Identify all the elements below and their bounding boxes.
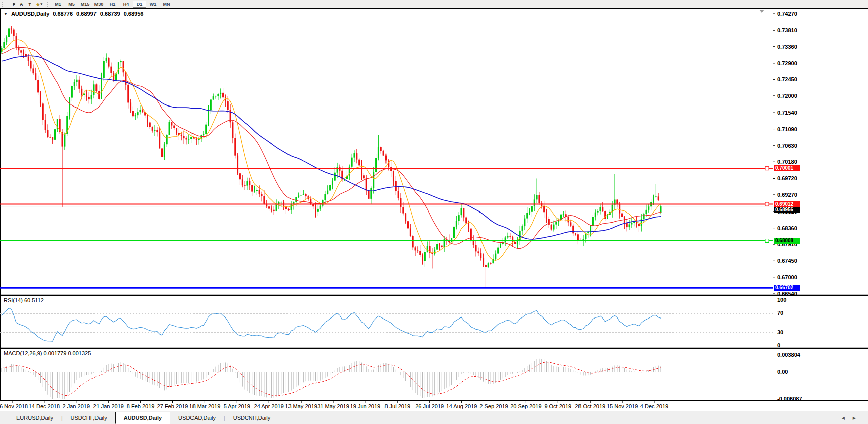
- text-tool-button[interactable]: A: [18, 1, 25, 8]
- date-axis-label: 18 Mar 2019: [189, 403, 221, 409]
- timeframe-button-H4[interactable]: H4: [119, 1, 133, 8]
- chart-title: ▼ AUDUSD,Daily 0.68776 0.68997 0.68739 0…: [4, 11, 143, 17]
- text-t-icon: T: [27, 2, 32, 7]
- tab-usdchf[interactable]: USDCHF,Daily: [63, 413, 115, 424]
- text-label-tool-button[interactable]: T: [26, 1, 33, 8]
- rsi-line: [2, 308, 661, 342]
- date-axis-label: 27 Feb 2019: [157, 403, 188, 409]
- rsi-axis-label: 30: [777, 329, 783, 335]
- toolbar-separator: [47, 2, 48, 7]
- date-axis-label: 21 Jan 2019: [93, 403, 124, 409]
- chart-shift-marker: [759, 10, 764, 13]
- hline-handle[interactable]: [765, 239, 769, 243]
- date-axis-label: 2 Jan 2019: [63, 403, 90, 409]
- hline-handle[interactable]: [765, 167, 769, 170]
- rsi-panel: 10070300: [0, 297, 786, 348]
- symbol-label: AUDUSD,Daily: [11, 11, 49, 17]
- horizontal-lines: [0, 167, 773, 288]
- date-axis-label: 31 May 2019: [317, 403, 349, 409]
- timeframe-toolbar: M1M5M15M30H1H4D1W1MN: [51, 1, 173, 8]
- shapes-tool-button[interactable]: ◆ ▾: [35, 1, 44, 8]
- timeframe-button-W1[interactable]: W1: [146, 1, 160, 8]
- top-toolbar: F A T ◆ ▾ M1M5M15M30H1H4D1W1MN: [0, 0, 868, 8]
- ohlc-high: 0.68997: [76, 11, 97, 17]
- price-axis-label: 0.67910: [777, 241, 797, 247]
- rsi-axis-label: 100: [777, 297, 786, 303]
- grid-icon-label: F: [13, 2, 15, 7]
- date-axis-label: 13 May 2019: [285, 403, 317, 409]
- ohlc-low: 0.68739: [100, 11, 120, 17]
- price-axis-label: 0.71540: [777, 110, 797, 116]
- moving-average-21: [2, 48, 661, 249]
- text-a-icon: A: [20, 2, 23, 7]
- moving-average-55: [2, 56, 661, 239]
- price-axis: 0.742700.738100.733600.729000.724500.720…: [773, 11, 797, 297]
- scroll-left-icon[interactable]: ◀: [842, 416, 845, 420]
- price-axis-label: 0.68810: [777, 208, 797, 215]
- date-axis-label: 14 Dec 2018: [29, 403, 60, 409]
- timeframe-button-M30[interactable]: M30: [92, 1, 106, 8]
- timeframe-button-H1[interactable]: H1: [106, 1, 119, 8]
- candlesticks: [1, 25, 662, 288]
- date-axis: 26 Nov 201814 Dec 20182 Jan 201921 Jan 2…: [0, 401, 668, 410]
- timeframe-button-M5[interactable]: M5: [65, 1, 78, 8]
- hline-handle[interactable]: [765, 202, 769, 206]
- price-axis-label: 0.69270: [777, 192, 797, 198]
- chevron-down-icon: ▾: [40, 2, 42, 6]
- date-axis-label: 20 Sep 2019: [510, 403, 541, 409]
- tab-usdcnh[interactable]: USDCNH,Daily: [225, 413, 279, 424]
- macd-axis-label: -0.006087: [777, 396, 802, 402]
- toolbar-grip[interactable]: [2, 2, 4, 7]
- price-axis-label: 0.72900: [777, 60, 797, 66]
- date-axis-label: 4 Dec 2019: [640, 403, 668, 409]
- macd-panel: 0.0038040.00-0.006087: [2, 352, 802, 402]
- date-axis-label: 24 Apr 2019: [254, 403, 284, 409]
- price-axis-label: 0.73360: [777, 44, 797, 50]
- price-chart-canvas[interactable]: 0.742700.738100.733600.729000.724500.720…: [0, 0, 868, 412]
- date-axis-label: 15 Nov 2019: [607, 403, 638, 409]
- price-axis-label: 0.72000: [777, 93, 797, 99]
- date-axis-label: 5 Apr 2019: [224, 403, 250, 409]
- price-axis-label: 0.72450: [777, 76, 797, 82]
- ohlc-close: 0.68956: [124, 11, 144, 17]
- timeframe-button-M1[interactable]: M1: [51, 1, 65, 8]
- ohlc-open: 0.68776: [53, 11, 73, 17]
- moving-average-8: [2, 40, 661, 260]
- rsi-axis-label: 0: [777, 342, 780, 348]
- macd-axis-label: 0.003804: [777, 352, 801, 358]
- timeframe-button-MN[interactable]: MN: [160, 1, 173, 8]
- price-axis-label: 0.71090: [777, 126, 797, 132]
- price-axis-label: 0.68360: [777, 225, 797, 231]
- shapes-icon: ◆: [36, 2, 39, 7]
- scroll-right-icon[interactable]: ▶: [853, 416, 856, 420]
- rsi-indicator-label: RSI(14) 60.5112: [4, 297, 44, 303]
- price-axis-label: 0.73810: [777, 27, 797, 33]
- date-axis-label: 8 Feb 2019: [127, 403, 155, 409]
- crosshair-tool-button[interactable]: F: [6, 1, 17, 8]
- date-axis-label: 14 Aug 2019: [446, 403, 477, 409]
- date-axis-label: 19 Jun 2019: [350, 403, 381, 409]
- collapse-arrow-icon[interactable]: ▼: [4, 12, 8, 16]
- timeframe-button-D1[interactable]: D1: [133, 1, 146, 8]
- date-axis-label: 26 Jul 2019: [415, 403, 444, 409]
- tab-scrollers: ◀ ▶: [842, 416, 856, 420]
- macd-axis-label: 0.00: [777, 369, 788, 375]
- price-axis-label: 0.69720: [777, 175, 797, 181]
- macd-signal-line: [2, 362, 661, 396]
- rsi-axis-label: 70: [777, 310, 783, 316]
- price-axis-label: 0.70180: [777, 159, 797, 165]
- chart-tab-bar: EURUSD,Daily | USDCHF,Daily AUDUSD,Daily…: [0, 411, 868, 424]
- tab-eurusd[interactable]: EURUSD,Daily: [8, 413, 61, 424]
- macd-indicator-label: MACD(12,26,9) 0.001779 0.001325: [4, 350, 91, 356]
- timeframe-button-M15[interactable]: M15: [78, 1, 92, 8]
- price-axis-label: 0.67000: [777, 274, 797, 280]
- tab-audusd-active[interactable]: AUDUSD,Daily: [115, 412, 170, 424]
- date-axis-label: 26 Nov 2018: [0, 403, 28, 409]
- price-axis-label: 0.74270: [777, 11, 797, 17]
- grid-icon: [8, 2, 12, 7]
- price-axis-label: 0.67450: [777, 258, 797, 264]
- date-axis-label: 8 Jul 2019: [384, 403, 410, 409]
- tab-usdcad[interactable]: USDCAD,Daily: [170, 413, 224, 424]
- date-axis-label: 9 Oct 2019: [544, 403, 571, 409]
- price-axis-label: 0.70630: [777, 143, 797, 149]
